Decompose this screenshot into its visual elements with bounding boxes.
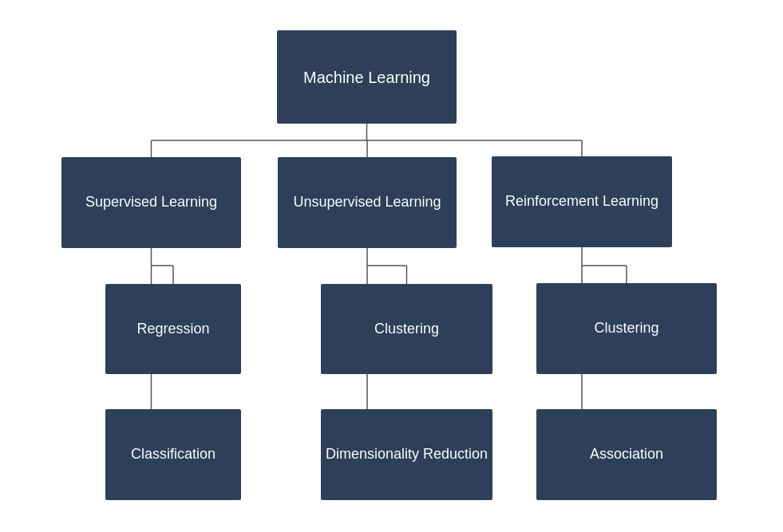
- node-dimensionality-reduction: Dimensionality Reduction: [321, 409, 492, 500]
- diagram: Machine Learning Supervised Learning Uns…: [0, 0, 783, 532]
- node-classification: Classification: [105, 409, 241, 500]
- node-clustering-unsupervised: Clustering: [321, 284, 492, 374]
- node-machine-learning: Machine Learning: [277, 30, 457, 124]
- node-association: Association: [536, 409, 717, 500]
- node-regression: Regression: [105, 284, 241, 374]
- node-reinforcement-learning: Reinforcement Learning: [492, 156, 672, 247]
- node-supervised-learning: Supervised Learning: [61, 157, 241, 248]
- node-unsupervised-learning: Unsupervised Learning: [278, 157, 457, 248]
- node-clustering-reinforcement: Clustering: [536, 283, 717, 374]
